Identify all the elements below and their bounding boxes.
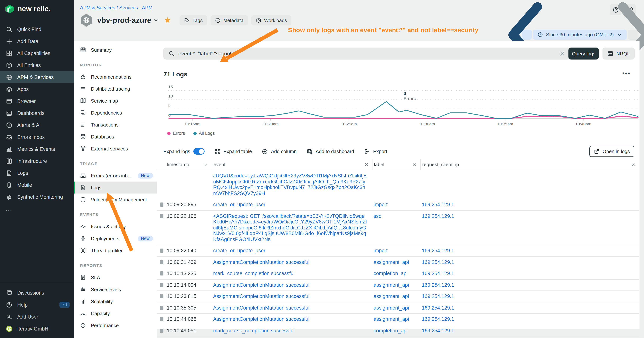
table-row[interactable]: 10:10:13.235mark_course_completion succe…	[157, 268, 639, 279]
subnav-item-scalability[interactable]: Scalability	[74, 295, 157, 307]
sidebar-item-errors-inbox[interactable]: Errors Inbox	[0, 131, 74, 143]
subnav-item-recommendations[interactable]: Recommendations	[74, 71, 157, 83]
event-link[interactable]: create_or_update_user	[213, 202, 265, 207]
sidebar-item-help[interactable]: Help70	[0, 299, 74, 311]
column-header-event[interactable]: event✕	[212, 159, 372, 170]
subnav-item-dependencies[interactable]: Dependencies	[74, 107, 157, 119]
table-row[interactable]: 10:10:23.815AssignmentCompletionMutation…	[157, 291, 639, 302]
subnav-item-databases[interactable]: Databases	[74, 131, 157, 143]
sidebar-item-mobile[interactable]: Mobile	[0, 179, 74, 191]
event-link[interactable]: mark_course_completion successful	[213, 328, 294, 333]
subnav-item-logs[interactable]: Logs	[74, 182, 157, 193]
subnav-item-external-services[interactable]: External services	[74, 143, 157, 155]
ip-link[interactable]: 169.254.129.1	[422, 213, 454, 219]
sidebar-item-dashboards[interactable]: Dashboards	[0, 107, 74, 119]
remove-column-icon[interactable]: ✕	[631, 162, 635, 167]
open-in-logs-button[interactable]: Open in logs	[590, 146, 634, 157]
subnav-item-errors-errors-inb[interactable]: Errors (errors inb...New	[74, 170, 157, 182]
sidebar-item-add-data[interactable]: Add Data	[0, 35, 74, 47]
table-row[interactable]: JUQVU&code=eyJraWQiOiJjcGltY29yZV8wOTl1M…	[157, 170, 639, 199]
ip-link[interactable]: 169.254.129.1	[422, 282, 454, 288]
column-header-timestamp[interactable]: timestamp✕	[157, 159, 212, 170]
entity-chevron-down-icon[interactable]	[154, 18, 159, 23]
label-link[interactable]: assignment_api	[374, 259, 409, 265]
more-options-button[interactable]: •••	[622, 70, 630, 76]
subnav-item-sla[interactable]: SLA	[74, 271, 157, 283]
sidebar-item-metrics-events[interactable]: Metrics & Events	[0, 143, 74, 155]
sidebar-item-logs[interactable]: Logs	[0, 167, 74, 179]
label-link[interactable]: import	[374, 202, 388, 207]
event-link[interactable]: JUQVU&code=eyJraWQiOiJjcGltY29yZV8wOTl1M…	[213, 173, 367, 196]
subnav-item-deployments[interactable]: DeploymentsNew	[74, 232, 157, 244]
sidebar-item-apm-services[interactable]: APM & Services	[0, 71, 74, 83]
toggle-on-icon[interactable]	[193, 148, 204, 155]
add-to-dashboard-button[interactable]: Add to dashboard	[307, 148, 354, 154]
remove-column-icon[interactable]: ✕	[413, 162, 416, 167]
subnav-item-summary[interactable]: Summary	[74, 44, 157, 56]
label-link[interactable]: assignment_api	[374, 293, 409, 299]
ip-link[interactable]: 169.254.129.1	[422, 293, 454, 299]
table-row[interactable]: 10:10:35.305AssignmentCompletionMutation…	[157, 302, 639, 314]
table-row[interactable]: 10:10:14.094AssignmentCompletionMutation…	[157, 279, 639, 291]
remove-column-icon[interactable]: ✕	[204, 162, 208, 167]
event-link[interactable]: AssignmentCompletionMutation successful	[213, 316, 310, 322]
ip-link[interactable]: 169.254.129.1	[422, 248, 454, 253]
table-row[interactable]: 10:09:22.196<ASGIRequest: GET '/sso/call…	[157, 211, 639, 245]
remove-column-icon[interactable]: ✕	[365, 162, 368, 167]
label-link[interactable]: import	[374, 248, 388, 253]
label-link[interactable]: assignment_api	[374, 316, 409, 322]
table-row[interactable]: 10:10:49.051mark_course_completion succe…	[157, 325, 639, 336]
nrql-button[interactable]: NRQL	[602, 48, 635, 60]
event-link[interactable]: mark_course_completion successful	[213, 271, 294, 276]
breadcrumb[interactable]: APM & Services / Services - APM	[80, 5, 152, 11]
legend-errors[interactable]: Errors	[167, 131, 185, 136]
label-link[interactable]: completion_api	[374, 328, 408, 333]
table-row[interactable]: 10:09:22.540create_or_update_userimport1…	[157, 245, 639, 257]
favorite-star-icon[interactable]	[164, 17, 172, 24]
tags-button[interactable]: Tags	[180, 15, 207, 25]
query-logs-button[interactable]: Query logs	[568, 48, 599, 60]
time-back-button[interactable]	[522, 30, 532, 40]
logs-chart[interactable]: 15105010:15am10:20am10:25am10:30am10:35a…	[168, 83, 639, 129]
label-link[interactable]: assignment_api	[374, 282, 409, 288]
event-link[interactable]: AssignmentCompletionMutation successful	[213, 305, 310, 310]
subnav-item-transactions[interactable]: Transactions	[74, 119, 157, 131]
column-header-request-client-ip[interactable]: request_client_ip✕	[420, 159, 639, 170]
ip-link[interactable]: 169.254.129.1	[422, 316, 454, 322]
subnav-item-issues-activity[interactable]: Issues & activity	[74, 220, 157, 232]
metadata-button[interactable]: Metadata	[210, 15, 248, 25]
sidebar-item-synthetic-monitoring[interactable]: Synthetic Monitoring	[0, 191, 74, 203]
sidebar-item-discussions[interactable]: Discussions	[0, 287, 74, 299]
ip-link[interactable]: 169.254.129.1	[422, 259, 454, 265]
add-column-button[interactable]: Add column	[262, 148, 296, 154]
clear-search-icon[interactable]	[559, 51, 565, 57]
event-link[interactable]: AssignmentCompletionMutation successful	[213, 282, 310, 288]
sidebar-item-iterativ-gmbh[interactable]: Iterativ GmbH	[0, 323, 74, 335]
subnav-item-vulnerability-management[interactable]: Vulnerability Management	[74, 193, 157, 205]
workloads-button[interactable]: Workloads	[251, 15, 291, 25]
sidebar-item-[interactable]: ...	[0, 203, 74, 215]
legend-all-logs[interactable]: All Logs	[193, 131, 215, 136]
column-header-label[interactable]: label✕	[372, 159, 420, 170]
subnav-item-thread-profiler[interactable]: Thread profiler	[74, 244, 157, 256]
sidebar-item-quick-find[interactable]: Quick Find	[0, 23, 74, 35]
sidebar-item-add-user[interactable]: Add User	[0, 311, 74, 323]
ip-link[interactable]: 169.254.129.1	[422, 305, 454, 310]
sidebar-item-apps[interactable]: Apps	[0, 83, 74, 95]
sidebar-item-alerts-ai[interactable]: Alerts & AI	[0, 119, 74, 131]
table-row[interactable]: 10:10:44.066AssignmentCompletionMutation…	[157, 314, 639, 325]
label-link[interactable]: sso	[374, 213, 382, 219]
sidebar-item-infrastructure[interactable]: Infrastructure	[0, 155, 74, 167]
event-link[interactable]: <ASGIRequest: GET '/sso/callback/?state=…	[213, 213, 367, 242]
event-link[interactable]: create_or_update_user	[213, 248, 265, 253]
subnav-item-capacity[interactable]: Capacity	[74, 307, 157, 319]
new-relic-logo[interactable]: new relic.	[5, 4, 51, 14]
table-row[interactable]: 10:11:00.311AssignmentCompletionMutation…	[157, 336, 639, 338]
subnav-item-performance[interactable]: Performance	[74, 319, 157, 331]
time-forward-button[interactable]	[628, 30, 638, 40]
sidebar-item-all-capabilities[interactable]: All Capabilities	[0, 47, 74, 59]
event-link[interactable]: AssignmentCompletionMutation successful	[213, 259, 310, 265]
subnav-item-service-levels[interactable]: Service levels	[74, 283, 157, 295]
export-button[interactable]: Export	[364, 148, 387, 154]
event-link[interactable]: AssignmentCompletionMutation successful	[213, 293, 310, 299]
